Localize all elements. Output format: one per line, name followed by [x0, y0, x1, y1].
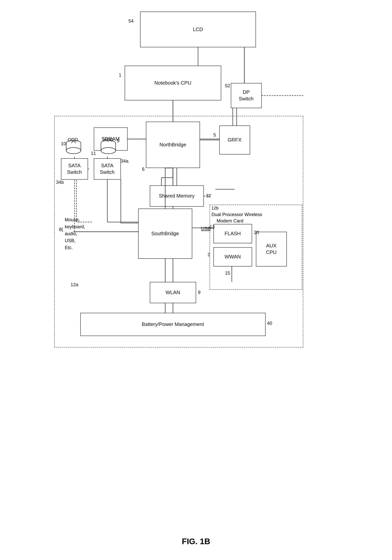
- diagram-container: LCD 54 Notebook's CPU 1 DPSwitch 52 Nort…: [42, 0, 351, 12]
- lcd-label: LCD: [193, 26, 203, 33]
- aux-cpu-label: AUXCPU: [266, 242, 277, 256]
- aux-cpu-ref: 20: [254, 230, 259, 235]
- dual-processor-ref: 12b: [212, 206, 219, 210]
- usb-label: USB: [201, 226, 211, 231]
- aux-cpu-block: AUXCPU: [256, 232, 287, 267]
- ref-12a: 12a: [71, 282, 78, 287]
- dp-switch-label: DPSwitch: [239, 89, 254, 102]
- dual-processor-label: 12b Dual Processor Wireless Modem Card: [212, 205, 262, 224]
- connection-lines: [42, 0, 351, 12]
- cpu-label: Notebook's CPU: [154, 80, 191, 86]
- dp-switch-block: DPSwitch: [231, 83, 262, 108]
- flash-block: FLASH: [214, 224, 252, 243]
- ref-15: 15: [225, 270, 230, 276]
- wwan-ref: 2: [208, 252, 210, 257]
- cpu-ref: 1: [119, 72, 121, 78]
- wwan-block: WWAN: [214, 247, 252, 267]
- flash-label: FLASH: [225, 230, 241, 237]
- extra-lines: [42, 0, 351, 12]
- wwan-label: WWAN: [225, 254, 241, 260]
- cpu-block: Notebook's CPU: [125, 66, 221, 100]
- dp-switch-ref: 52: [225, 83, 230, 89]
- lcd-block: LCD: [140, 12, 256, 47]
- lcd-ref: 54: [128, 18, 134, 24]
- figure-label: FIG. 1B: [42, 537, 351, 546]
